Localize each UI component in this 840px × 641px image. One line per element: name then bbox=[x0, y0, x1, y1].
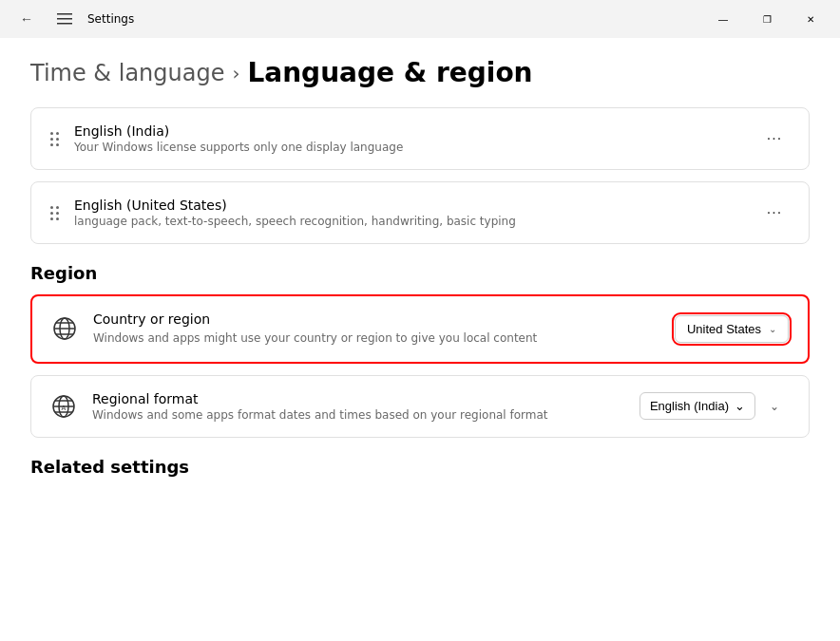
country-region-dropdown[interactable]: United States ⌄ bbox=[675, 315, 789, 343]
drag-handle-1[interactable] bbox=[50, 132, 59, 146]
back-icon: ← bbox=[20, 11, 33, 27]
svg-rect-1 bbox=[57, 18, 72, 20]
regional-format-title: Regional format bbox=[92, 391, 624, 406]
country-region-text: Country or region Windows and apps might… bbox=[93, 311, 659, 347]
region-section-header: Region bbox=[30, 263, 810, 283]
format-chevron-icon: ⌄ bbox=[735, 399, 745, 413]
svg-rect-2 bbox=[57, 23, 72, 25]
related-settings-header: Related settings bbox=[30, 457, 810, 477]
language-2-text: English (United States) language pack, t… bbox=[74, 198, 744, 228]
drag-handle-2[interactable] bbox=[50, 206, 59, 220]
country-region-value: United States bbox=[687, 322, 761, 336]
language-2-more-button[interactable]: ··· bbox=[759, 198, 790, 228]
window-title: Settings bbox=[87, 12, 134, 26]
breadcrumb-parent[interactable]: Time & language bbox=[30, 60, 224, 86]
breadcrumb: Time & language › Language & region bbox=[30, 57, 810, 88]
format-icon: A bbox=[50, 393, 77, 420]
country-region-title: Country or region bbox=[93, 311, 659, 327]
language-1-subtitle: Your Windows license supports only one d… bbox=[74, 141, 744, 154]
chevron-down-icon: ⌄ bbox=[769, 324, 776, 334]
svg-text:A: A bbox=[62, 405, 67, 412]
back-button[interactable]: ← bbox=[11, 4, 42, 34]
language-1-more-button[interactable]: ··· bbox=[759, 123, 790, 154]
restore-button[interactable]: ❐ bbox=[745, 4, 789, 34]
globe-icon bbox=[51, 315, 78, 342]
title-bar: ← Settings — ❐ ✕ bbox=[0, 0, 840, 38]
language-1-text: English (India) Your Windows license sup… bbox=[74, 123, 744, 154]
main-content: Time & language › Language & region Engl… bbox=[0, 38, 840, 641]
language-card-1: English (India) Your Windows license sup… bbox=[30, 107, 810, 170]
minimize-button[interactable]: — bbox=[701, 4, 745, 34]
svg-rect-0 bbox=[57, 13, 72, 15]
regional-format-card: A Regional format Windows and some apps … bbox=[30, 375, 810, 438]
breadcrumb-separator: › bbox=[232, 62, 239, 85]
breadcrumb-current: Language & region bbox=[247, 57, 532, 88]
language-card-2: English (United States) language pack, t… bbox=[30, 181, 810, 244]
country-region-card: Country or region Windows and apps might… bbox=[30, 294, 810, 364]
regional-format-dropdown[interactable]: English (India) ⌄ bbox=[640, 392, 755, 420]
country-region-subtitle: Windows and apps might use your country … bbox=[93, 330, 659, 347]
language-1-name: English (India) bbox=[74, 123, 744, 139]
regional-format-value: English (India) bbox=[650, 399, 729, 413]
title-bar-left: ← Settings bbox=[11, 4, 134, 34]
close-button[interactable]: ✕ bbox=[789, 4, 832, 34]
language-2-name: English (United States) bbox=[74, 198, 744, 213]
expand-icon: ⌄ bbox=[770, 400, 779, 413]
hamburger-button[interactable] bbox=[49, 4, 80, 34]
window-controls: — ❐ ✕ bbox=[701, 4, 832, 34]
format-right: English (India) ⌄ ⌄ bbox=[640, 391, 790, 422]
regional-format-expand-button[interactable]: ⌄ bbox=[759, 391, 790, 422]
hamburger-icon bbox=[57, 11, 72, 27]
regional-format-text: Regional format Windows and some apps fo… bbox=[92, 391, 624, 422]
language-2-subtitle: language pack, text-to-speech, speech re… bbox=[74, 215, 744, 228]
regional-format-subtitle: Windows and some apps format dates and t… bbox=[92, 408, 624, 422]
